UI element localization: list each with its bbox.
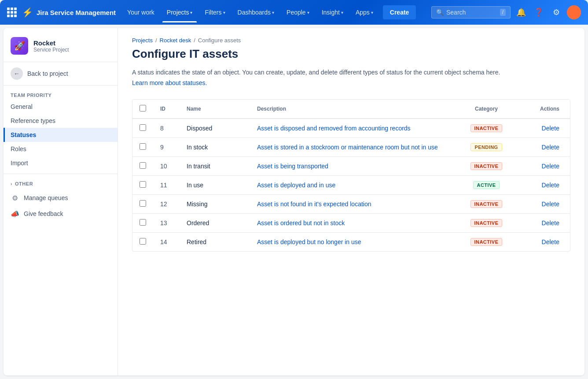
row-checkbox-6[interactable] xyxy=(140,238,146,245)
row-id: 12 xyxy=(153,195,180,214)
table-header-row: ID Name Description Category Actions xyxy=(132,100,570,119)
sidebar-item-statuses[interactable]: Statuses xyxy=(4,128,118,142)
row-category: INACTIVE xyxy=(447,214,526,233)
row-id: 9 xyxy=(153,138,180,157)
row-actions: Delete xyxy=(526,119,570,138)
status-badge: INACTIVE xyxy=(470,124,503,132)
row-name: In use xyxy=(180,176,250,195)
delete-button[interactable]: Delete xyxy=(533,219,559,227)
back-to-project[interactable]: ← Back to project xyxy=(4,62,118,85)
sidebar-item-import[interactable]: Import xyxy=(4,156,118,170)
status-badge: PENDING xyxy=(470,143,502,151)
col-header-category: Category xyxy=(447,100,526,119)
row-checkbox-cell xyxy=(132,157,153,176)
row-description[interactable]: Asset is being transported xyxy=(250,157,447,176)
app-logo[interactable]: ⚡ Jira Service Management xyxy=(22,7,116,18)
row-checkbox-cell xyxy=(132,233,153,252)
sidebar-item-general[interactable]: General xyxy=(4,100,118,114)
row-actions: Delete xyxy=(526,233,570,252)
general-label: General xyxy=(11,103,33,110)
people-chevron: ▾ xyxy=(307,10,309,15)
sidebar-divider xyxy=(4,174,118,174)
table-row: 8 Disposed Asset is disposed and removed… xyxy=(132,119,570,138)
row-description[interactable]: Asset is stored in a stockroom or mainte… xyxy=(250,138,447,157)
col-header-id: ID xyxy=(153,100,180,119)
delete-button[interactable]: Delete xyxy=(533,125,559,132)
import-label: Import xyxy=(11,160,28,167)
nav-dashboards[interactable]: Dashboards ▾ xyxy=(233,6,279,19)
breadcrumb-projects[interactable]: Projects xyxy=(132,37,153,44)
table-row: 12 Missing Asset is not found in it's ex… xyxy=(132,195,570,214)
give-feedback-label: Give feedback xyxy=(24,210,63,217)
delete-button[interactable]: Delete xyxy=(533,163,559,170)
sidebar-item-reference-types[interactable]: Reference types xyxy=(4,114,118,128)
app-name: Jira Service Management xyxy=(37,9,116,16)
project-info: Rocket Service Project xyxy=(33,39,69,53)
sidebar-item-manage-queues[interactable]: ⚙ Manage queues xyxy=(4,190,118,206)
sidebar-item-give-feedback[interactable]: 📣 Give feedback xyxy=(4,206,118,222)
row-description[interactable]: Asset is not found in it's expected loca… xyxy=(250,195,447,214)
row-description[interactable]: Asset is disposed and removed from accou… xyxy=(250,119,447,138)
row-actions: Delete xyxy=(526,176,570,195)
main-panel: Projects / Rocket desk / Configure asset… xyxy=(118,28,584,375)
row-description[interactable]: Asset is deployed but no longer in use xyxy=(250,233,447,252)
create-button[interactable]: Create xyxy=(383,5,416,19)
search-icon: 🔍 xyxy=(436,9,444,16)
row-checkbox-3[interactable] xyxy=(140,181,146,188)
table-row: 14 Retired Asset is deployed but no long… xyxy=(132,233,570,252)
user-avatar[interactable] xyxy=(567,5,581,19)
apps-grid-icon[interactable] xyxy=(7,7,17,17)
nav-people[interactable]: People ▾ xyxy=(282,6,314,19)
table-row: 11 In use Asset is deployed and in use A… xyxy=(132,176,570,195)
manage-queues-label: Manage queues xyxy=(24,194,68,201)
sidebar-item-roles[interactable]: Roles xyxy=(4,142,118,156)
row-checkbox-1[interactable] xyxy=(140,143,146,150)
breadcrumb-rocket-desk[interactable]: Rocket desk xyxy=(160,37,191,44)
row-checkbox-2[interactable] xyxy=(140,162,146,169)
col-header-name: Name xyxy=(180,100,250,119)
project-type: Service Project xyxy=(33,47,69,53)
row-description[interactable]: Asset is ordered but not in stock xyxy=(250,214,447,233)
col-header-actions: Actions xyxy=(526,100,570,119)
row-checkbox-cell xyxy=(132,195,153,214)
search-label: Search xyxy=(446,9,466,16)
sidebar-project-header: 🚀 Rocket Service Project xyxy=(4,28,118,62)
settings-icon[interactable]: ⚙ xyxy=(549,5,563,19)
nav-filters[interactable]: Filters ▾ xyxy=(200,6,229,19)
row-category: INACTIVE xyxy=(447,195,526,214)
nav-projects[interactable]: Projects ▾ xyxy=(162,6,197,19)
reference-types-label: Reference types xyxy=(11,117,55,124)
sidebar-other-section[interactable]: › OTHER xyxy=(4,178,118,190)
delete-button[interactable]: Delete xyxy=(533,201,559,208)
projects-chevron: ▾ xyxy=(190,10,192,15)
breadcrumb-current: Configure assets xyxy=(198,37,241,44)
status-badge: INACTIVE xyxy=(470,219,503,227)
filters-chevron: ▾ xyxy=(223,10,225,15)
row-category: PENDING xyxy=(447,138,526,157)
row-category: INACTIVE xyxy=(447,157,526,176)
notifications-icon[interactable]: 🔔 xyxy=(514,5,528,19)
give-feedback-icon: 📣 xyxy=(11,209,19,218)
back-label: Back to project xyxy=(27,70,68,77)
row-id: 13 xyxy=(153,214,180,233)
nav-insight[interactable]: Insight ▾ xyxy=(317,6,348,19)
delete-button[interactable]: Delete xyxy=(533,182,559,189)
help-icon[interactable]: ❓ xyxy=(532,5,546,19)
row-id: 8 xyxy=(153,119,180,138)
nav-apps[interactable]: Apps ▾ xyxy=(351,6,378,19)
row-checkbox-0[interactable] xyxy=(140,124,146,131)
team-priority-section-label: TEAM PRIORITY xyxy=(4,85,118,100)
row-checkbox-4[interactable] xyxy=(140,200,146,207)
nav-your-work[interactable]: Your work xyxy=(123,6,159,19)
col-header-check xyxy=(132,100,153,119)
select-all-checkbox[interactable] xyxy=(140,105,146,111)
row-name: In transit xyxy=(180,157,250,176)
learn-more-link[interactable]: Learn more about statuses. xyxy=(132,79,207,86)
row-description[interactable]: Asset is deployed and in use xyxy=(250,176,447,195)
table-row: 9 In stock Asset is stored in a stockroo… xyxy=(132,138,570,157)
search-box[interactable]: 🔍 Search / xyxy=(431,6,511,19)
delete-button[interactable]: Delete xyxy=(533,238,559,245)
delete-button[interactable]: Delete xyxy=(533,144,559,151)
row-checkbox-5[interactable] xyxy=(140,219,146,226)
roles-label: Roles xyxy=(11,145,26,152)
